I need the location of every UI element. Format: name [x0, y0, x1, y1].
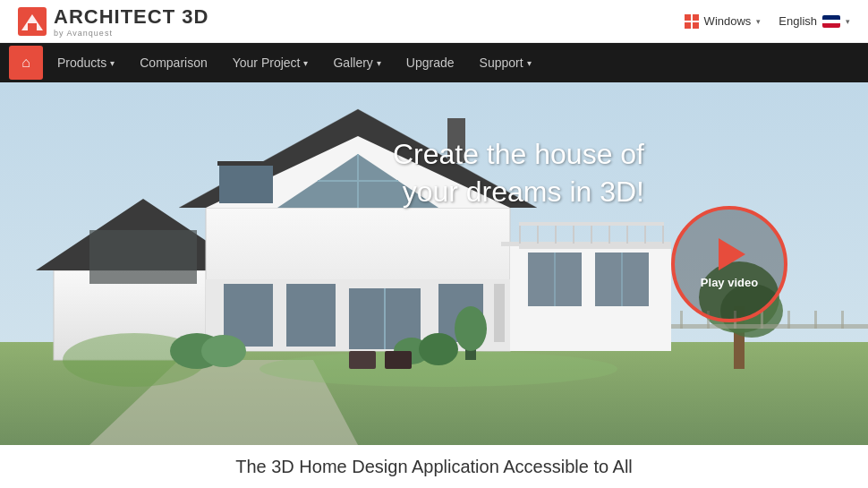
- products-chevron-icon: ▾: [110, 58, 115, 68]
- svg-rect-33: [591, 224, 592, 244]
- top-right: Windows ▾ English ▾: [685, 14, 850, 29]
- svg-rect-61: [761, 311, 763, 329]
- svg-rect-29: [519, 224, 521, 244]
- nav-your-project[interactable]: Your Project ▾: [222, 43, 319, 82]
- hero-text: Create the house of your dreams in 3D!: [393, 136, 644, 210]
- support-chevron-icon: ▾: [527, 58, 532, 68]
- svg-rect-58: [680, 311, 683, 329]
- logo-sub: by Avanquest: [54, 29, 208, 38]
- hero-title-line1: Create the house of: [393, 138, 644, 170]
- svg-rect-21: [286, 284, 336, 347]
- svg-rect-34: [608, 224, 610, 244]
- logo-main: ARCHITECT 3D: [54, 5, 208, 29]
- nav-comparison[interactable]: Comparison: [129, 43, 217, 82]
- nav-comparison-label: Comparison: [140, 56, 207, 70]
- svg-rect-32: [573, 224, 574, 244]
- nav-support[interactable]: Support ▾: [469, 43, 542, 82]
- windows-button[interactable]: Windows ▾: [685, 14, 762, 29]
- svg-rect-31: [555, 224, 557, 244]
- play-icon: [719, 238, 745, 270]
- svg-rect-62: [787, 311, 790, 329]
- nav-products[interactable]: Products ▾: [47, 43, 125, 82]
- nav-upgrade-label: Upgrade: [406, 56, 455, 70]
- hero-section: Create the house of your dreams in 3D! P…: [0, 82, 868, 445]
- flag-icon: [822, 15, 840, 28]
- svg-rect-35: [626, 224, 628, 244]
- svg-rect-25: [494, 284, 505, 342]
- logo-area: ARCHITECT 3D by Avanquest: [18, 5, 208, 38]
- svg-rect-64: [841, 311, 844, 329]
- windows-label: Windows: [704, 14, 752, 28]
- nav-home-button[interactable]: ⌂: [9, 46, 43, 80]
- svg-rect-8: [89, 230, 197, 284]
- nav-gallery-label: Gallery: [333, 56, 372, 70]
- tagline-text: The 3D Home Design Application Accessibl…: [235, 457, 633, 477]
- svg-rect-17: [219, 163, 273, 203]
- nav-support-label: Support: [480, 56, 523, 70]
- svg-rect-53: [385, 351, 412, 369]
- svg-rect-30: [537, 224, 539, 244]
- logo-text: ARCHITECT 3D by Avanquest: [54, 5, 208, 38]
- nav-gallery[interactable]: Gallery ▾: [322, 43, 391, 82]
- svg-rect-37: [662, 224, 664, 244]
- gallery-chevron-icon: ▾: [377, 58, 381, 68]
- hero-title-line2: your dreams in 3D!: [403, 176, 644, 208]
- svg-rect-36: [644, 224, 646, 244]
- nav-products-label: Products: [57, 56, 106, 70]
- home-icon: ⌂: [21, 55, 30, 71]
- nav-upgrade[interactable]: Upgrade: [396, 43, 465, 82]
- lang-chevron-icon: ▾: [846, 17, 850, 26]
- lang-label: English: [779, 14, 817, 28]
- play-video-button[interactable]: Play video: [671, 206, 787, 322]
- nav-bar: ⌂ Products ▾ Comparison Your Project ▾ G…: [0, 43, 868, 82]
- svg-point-51: [455, 306, 487, 351]
- svg-rect-63: [814, 311, 817, 329]
- svg-point-47: [201, 335, 246, 367]
- svg-rect-57: [671, 324, 868, 329]
- svg-point-49: [419, 333, 458, 365]
- top-bar: ARCHITECT 3D by Avanquest Windows ▾ Engl…: [0, 0, 868, 43]
- play-label: Play video: [701, 276, 758, 289]
- svg-rect-52: [349, 351, 376, 369]
- nav-your-project-label: Your Project: [233, 56, 301, 70]
- svg-rect-28: [519, 242, 671, 249]
- windows-icon: [685, 14, 699, 29]
- windows-chevron-icon: ▾: [756, 17, 761, 26]
- svg-rect-2: [28, 23, 37, 30]
- language-button[interactable]: English ▾: [779, 14, 850, 28]
- tagline-section: The 3D Home Design Application Accessibl…: [0, 445, 868, 488]
- logo-icon: [18, 7, 47, 36]
- svg-rect-38: [519, 222, 664, 226]
- svg-rect-18: [217, 161, 275, 166]
- your-project-chevron-icon: ▾: [303, 58, 308, 68]
